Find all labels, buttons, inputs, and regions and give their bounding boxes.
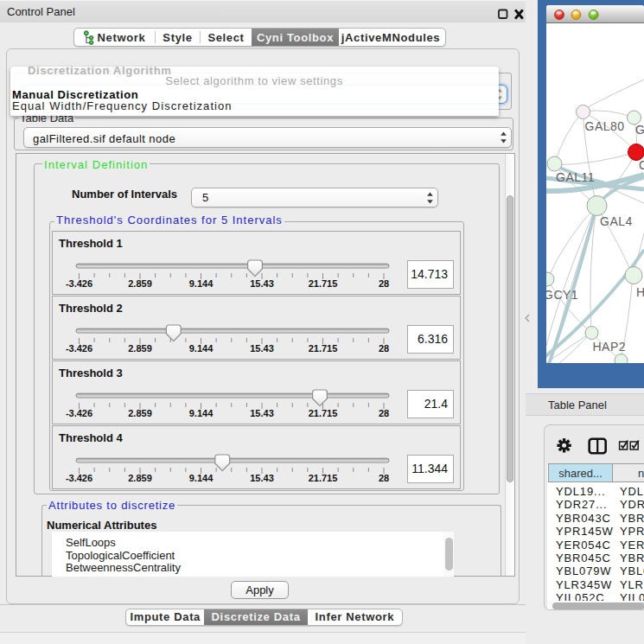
svg-text:9.144: 9.144 [189,473,214,483]
svg-text:9.144: 9.144 [189,343,214,354]
svg-text:-3.426: -3.426 [66,473,92,483]
svg-text:15.43: 15.43 [250,408,274,418]
svg-text:9.144: 9.144 [189,278,214,289]
svg-text:-3.426: -3.426 [66,408,92,418]
svg-text:15.43: 15.43 [250,473,274,483]
svg-text:GAL80: GAL80 [585,119,625,133]
svg-text:21.715: 21.715 [309,473,338,483]
svg-text:15.43: 15.43 [250,278,274,289]
svg-text:28: 28 [379,408,389,418]
svg-text:21.715: 21.715 [309,278,338,289]
svg-text:GAL4: GAL4 [600,214,633,228]
svg-text:GA: GA [635,123,644,137]
svg-text:9.144: 9.144 [189,408,214,418]
svg-text:21.715: 21.715 [309,343,338,354]
svg-text:2.859: 2.859 [128,408,152,418]
svg-text:21.715: 21.715 [309,408,338,418]
svg-text:28: 28 [379,473,389,483]
svg-text:GCY1: GCY1 [546,288,578,302]
svg-text:28: 28 [379,343,389,354]
svg-text:2.859: 2.859 [128,343,152,354]
svg-text:HAP2: HAP2 [593,340,627,354]
svg-text:15.43: 15.43 [250,343,274,354]
svg-text:2.859: 2.859 [128,473,152,483]
svg-text:28: 28 [379,278,389,289]
svg-text:-3.426: -3.426 [66,343,92,354]
svg-text:H: H [636,285,644,299]
svg-text:GAL11: GAL11 [556,170,595,184]
svg-text:C: C [639,158,644,172]
svg-text:-3.426: -3.426 [66,278,92,289]
svg-text:2.859: 2.859 [128,278,152,289]
